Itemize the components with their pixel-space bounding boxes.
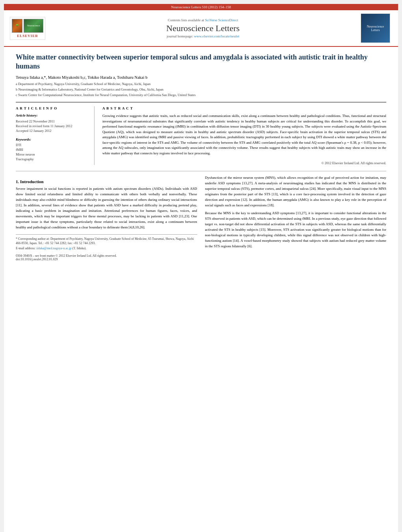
- intro-para-1: Severe impairment in social functions is…: [16, 186, 197, 230]
- homepage-link[interactable]: www.elsevier.com/locate/neulet: [194, 34, 239, 38]
- keyword-fmri: fMRI: [16, 148, 88, 152]
- sciverse-line: Contents lists available at SciVerse Sci…: [53, 18, 353, 22]
- intro-para-2: Dysfunction of the mirror neuron system …: [205, 175, 387, 208]
- bottom-info: 0304-3940/$ – see front matter © 2012 El…: [16, 254, 197, 261]
- copyright: © 2012 Elsevier Ireland Ltd. All rights …: [102, 159, 386, 165]
- article-info-label: A R T I C L E I N F O: [16, 106, 88, 110]
- divider: [16, 171, 386, 171]
- journal-cover-icon: Neuroscience: [24, 19, 43, 33]
- footnote-section: * Corresponding author at: Department of…: [16, 234, 197, 251]
- intro-heading: 1. Introduction: [16, 179, 197, 184]
- abstract-text: Growing evidence suggests that autistic …: [102, 113, 386, 156]
- abstract-col: A B S T R A C T Growing evidence suggest…: [102, 106, 386, 165]
- doi-line: doi:10.1016/j.neulet.2012.01.029: [16, 258, 197, 261]
- journal-title-section: Contents lists available at SciVerse Sci…: [53, 18, 353, 38]
- affiliation-c: c Swartz Center for Computational Neuros…: [16, 93, 386, 98]
- article-info-abstract: A R T I C L E I N F O Article history: R…: [16, 102, 386, 165]
- journal-logo-right: NeuroscienceLetters: [361, 13, 392, 43]
- journal-citation-bar: Neuroscience Letters 510 (2012) 154–158: [4, 4, 398, 10]
- footnote-email: E-mail address: iidaka@med.nagoya-u.ac.j…: [16, 246, 197, 250]
- keyword-dti: DTI: [16, 143, 88, 147]
- homepage-line: journal homepage: www.elsevier.com/locat…: [53, 34, 353, 38]
- sciverse-link[interactable]: SciVerse ScienceDirect: [205, 18, 238, 22]
- elsevier-label: ELSEVIER: [12, 34, 43, 38]
- intro-para-3: Because the MNS is the key to understand…: [205, 211, 387, 249]
- email-link[interactable]: iidaka@med.nagoya-u.ac.jp: [36, 247, 72, 250]
- main-content: White matter connectivity between superi…: [4, 47, 398, 267]
- journal-logo-box: NeuroscienceLetters: [361, 13, 390, 43]
- affiliations: a Department of Psychiatry, Nagoya Unive…: [16, 82, 386, 98]
- body-content: 1. Introduction Severe impairment in soc…: [16, 175, 386, 261]
- received-revised-date: Received in revised form 11 January 2012: [16, 124, 88, 128]
- body-right-col: Dysfunction of the mirror neuron system …: [205, 175, 387, 261]
- keyword-mirror-neuron: Mirror neuron: [16, 152, 88, 156]
- journal-header: 🌳 Neuroscience ELSEVIER Contents lists a…: [4, 10, 398, 47]
- issn-line: 0304-3940/$ – see front matter © 2012 El…: [16, 254, 197, 258]
- journal-title: Neuroscience Letters: [53, 23, 353, 33]
- affiliation-a: a Department of Psychiatry, Nagoya Unive…: [16, 82, 386, 87]
- abstract-label: A B S T R A C T: [102, 106, 386, 110]
- authors: Tetsuya Iidaka a,*, Makoto Miyakoshi b,c…: [16, 75, 386, 80]
- body-left-col: 1. Introduction Severe impairment in soc…: [16, 175, 197, 261]
- accepted-date: Accepted 12 January 2012: [16, 129, 88, 133]
- elsevier-logo: 🌳 Neuroscience ELSEVIER: [10, 17, 45, 40]
- tree-icon: 🌳: [12, 19, 22, 33]
- article-title: White matter connectivity between superi…: [16, 53, 386, 71]
- footnote-corresponding: * Corresponding author at: Department of…: [16, 237, 197, 245]
- page: Neuroscience Letters 510 (2012) 154–158 …: [4, 4, 398, 532]
- affiliation-b: b Neuroimaging & Informatics Laboratory,…: [16, 87, 386, 92]
- article-info-col: A R T I C L E I N F O Article history: R…: [16, 106, 94, 165]
- journal-citation: Neuroscience Letters 510 (2012) 154–158: [171, 5, 231, 9]
- keywords-label: Keywords:: [16, 137, 88, 141]
- received-date: Received 22 November 2011: [16, 119, 88, 123]
- history-label: Article history:: [16, 113, 88, 117]
- keyword-tractography: Tractography: [16, 157, 88, 161]
